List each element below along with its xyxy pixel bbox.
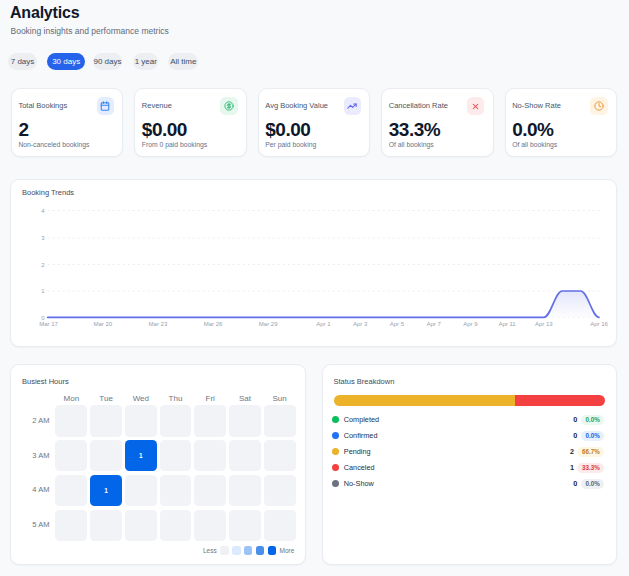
svg-text:Mar 26: Mar 26 <box>204 321 223 327</box>
svg-text:Apr 9: Apr 9 <box>463 321 478 327</box>
svg-text:2: 2 <box>41 262 45 268</box>
svg-text:Mar 20: Mar 20 <box>93 321 112 327</box>
svg-text:3: 3 <box>41 235 45 241</box>
svg-text:Mar 23: Mar 23 <box>149 321 168 327</box>
svg-text:Apr 16: Apr 16 <box>590 321 608 327</box>
svg-text:Apr 1: Apr 1 <box>316 321 331 327</box>
svg-text:Apr 5: Apr 5 <box>390 321 405 327</box>
svg-text:Apr 13: Apr 13 <box>535 321 553 327</box>
svg-text:4: 4 <box>41 208 45 214</box>
svg-text:Apr 3: Apr 3 <box>353 321 368 327</box>
svg-text:Apr 7: Apr 7 <box>426 321 441 327</box>
svg-text:Mar 29: Mar 29 <box>259 321 278 327</box>
svg-text:Apr 11: Apr 11 <box>498 321 516 327</box>
svg-text:1: 1 <box>41 288 45 294</box>
svg-text:Mar 17: Mar 17 <box>39 321 58 327</box>
